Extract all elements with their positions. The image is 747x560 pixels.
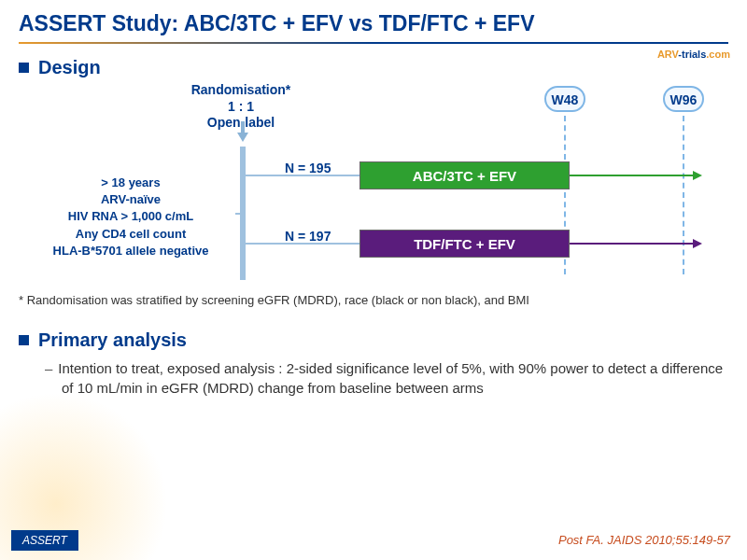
week-48-marker: W48 [544, 86, 585, 112]
logo-part3: .com [706, 49, 730, 60]
randomisation-line1: Randomisation* [185, 82, 297, 99]
arm1-arrow-icon [693, 171, 702, 180]
bullet-icon [19, 63, 29, 73]
study-diagram: Randomisation* 1 : 1 Open-label W48 W96 … [19, 77, 728, 291]
criteria-line1: > 18 years [28, 175, 233, 191]
inclusion-criteria: > 18 years ARV-naïve HIV RNA > 1,000 c/m… [28, 175, 233, 259]
arm2-n: N = 197 [285, 229, 331, 244]
logo: ARV-trials.com [657, 49, 730, 60]
citation: Post FA. JAIDS 2010;55:149-57 [558, 533, 730, 547]
design-heading-text: Design [38, 57, 101, 77]
vertical-split [240, 147, 246, 280]
dash-icon: – [45, 360, 52, 376]
bullet-icon [19, 335, 29, 345]
arm1-line [570, 175, 693, 176]
randomisation-line2: 1 : 1 [185, 99, 297, 116]
page-title: ASSERT Study: ABC/3TC + EFV vs TDF/FTC +… [19, 11, 728, 36]
primary-heading-text: Primary analysis [38, 329, 187, 350]
arm1-n: N = 195 [285, 161, 331, 175]
criteria-line5: HLA-B*5701 allele negative [28, 243, 233, 259]
w96-vline [683, 116, 684, 274]
arm2-line [570, 243, 693, 245]
arm1-box: ABC/3TC + EFV [359, 161, 570, 189]
logo-part2: -trials [678, 49, 706, 60]
design-heading: Design [19, 57, 728, 78]
criteria-line3: HIV RNA > 1,000 c/mL [28, 208, 233, 225]
week-96-marker: W96 [663, 86, 704, 112]
criteria-line2: ARV-naïve [28, 191, 233, 208]
randomisation-footnote: * Randomisation was stratified by screen… [19, 293, 728, 307]
logo-part1: ARV [657, 49, 678, 60]
arm2-box: TDF/FTC + EFV [359, 230, 570, 258]
criteria-line4: Any CD4 cell count [28, 226, 233, 243]
down-arrow-icon [237, 133, 248, 142]
primary-bullet: –Intention to treat, exposed analysis : … [62, 358, 728, 398]
primary-bullet-text: Intention to treat, exposed analysis : 2… [58, 360, 723, 396]
footer-study-tag: ASSERT [11, 530, 78, 551]
primary-heading: Primary analysis [19, 329, 728, 351]
title-underline [19, 42, 728, 44]
arm2-arrow-icon [693, 239, 702, 248]
